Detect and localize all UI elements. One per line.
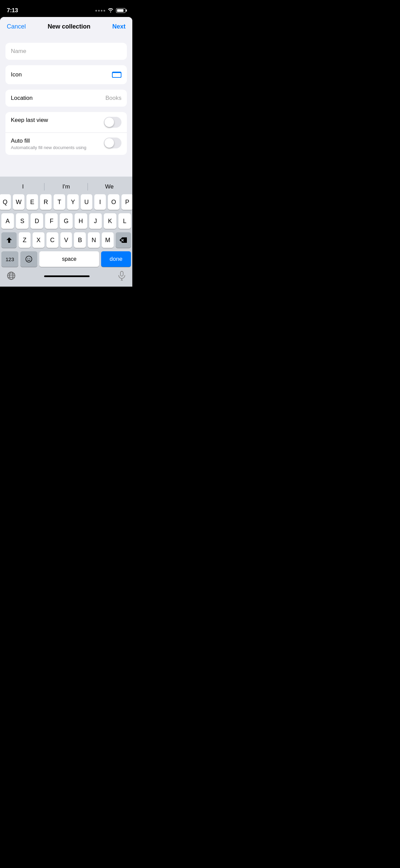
form-content: Icon Location Books Keep last view	[0, 36, 132, 155]
key-b[interactable]: B	[74, 232, 86, 248]
location-value: Books	[106, 95, 121, 102]
keep-last-view-toggle[interactable]	[104, 117, 121, 128]
key-r[interactable]: R	[40, 194, 52, 210]
home-indicator	[44, 275, 90, 277]
predictive-bar: I I'm We	[0, 179, 132, 194]
predictive-word-3[interactable]: We	[88, 181, 131, 193]
keyboard: I I'm We Q W E R T Y U I O P A S	[0, 177, 132, 287]
key-g[interactable]: G	[60, 213, 72, 229]
auto-fill-sub: Automatically fill new documents using	[11, 145, 87, 150]
key-m[interactable]: M	[102, 232, 114, 248]
modal-sheet: Cancel New collection Next Icon Location	[0, 17, 132, 287]
key-q[interactable]: Q	[0, 194, 11, 210]
signal-icon	[95, 10, 105, 12]
key-y[interactable]: Y	[67, 194, 79, 210]
key-l[interactable]: L	[118, 213, 131, 229]
icon-row[interactable]: Icon	[5, 65, 127, 84]
delete-key[interactable]	[116, 232, 131, 248]
battery-icon	[116, 8, 126, 13]
key-w[interactable]: W	[13, 194, 24, 210]
keep-last-view-label: Keep last view	[11, 117, 48, 124]
cancel-button[interactable]: Cancel	[7, 23, 26, 30]
key-i[interactable]: I	[94, 194, 106, 210]
key-s[interactable]: S	[16, 213, 28, 229]
key-row-4: 123 space done	[1, 251, 131, 267]
key-v[interactable]: V	[60, 232, 72, 248]
svg-point-3	[27, 258, 28, 259]
key-e[interactable]: E	[26, 194, 38, 210]
auto-fill-label: Auto fill	[11, 138, 87, 144]
key-u[interactable]: U	[81, 194, 92, 210]
shift-key[interactable]	[1, 232, 17, 248]
svg-point-2	[26, 256, 32, 262]
folder-icon	[112, 70, 121, 79]
key-n[interactable]: N	[88, 232, 100, 248]
name-field[interactable]	[5, 43, 127, 60]
key-z[interactable]: Z	[19, 232, 31, 248]
bottom-bar	[0, 268, 132, 287]
key-d[interactable]: D	[31, 213, 43, 229]
predictive-word-2[interactable]: I'm	[44, 181, 88, 193]
auto-fill-toggle[interactable]	[104, 138, 121, 148]
key-j[interactable]: J	[89, 213, 102, 229]
status-icons	[95, 8, 126, 14]
predictive-word-1[interactable]: I	[1, 181, 44, 193]
mic-icon[interactable]	[118, 271, 126, 283]
globe-icon[interactable]	[7, 271, 16, 282]
svg-rect-1	[112, 73, 121, 77]
name-input[interactable]	[11, 48, 121, 55]
emoji-key[interactable]	[20, 251, 37, 267]
key-rows: Q W E R T Y U I O P A S D F G H J K	[0, 194, 132, 268]
wifi-icon	[108, 8, 114, 14]
page-title: New collection	[47, 23, 90, 30]
location-row[interactable]: Location Books	[5, 90, 127, 107]
key-a[interactable]: A	[1, 213, 14, 229]
key-row-2: A S D F G H J K L	[1, 213, 131, 229]
status-bar: 7:13	[0, 0, 132, 17]
next-button[interactable]: Next	[112, 23, 126, 30]
key-row-1: Q W E R T Y U I O P	[1, 194, 131, 210]
key-row-3: Z X C V B N M	[1, 232, 131, 248]
key-t[interactable]: T	[54, 194, 65, 210]
svg-point-4	[30, 258, 30, 259]
key-c[interactable]: C	[46, 232, 58, 248]
key-h[interactable]: H	[75, 213, 87, 229]
toggle-group: Keep last view Auto fill Automatically f…	[5, 112, 127, 155]
key-p[interactable]: P	[121, 194, 132, 210]
svg-rect-10	[120, 271, 123, 276]
auto-fill-row: Auto fill Automatically fill new documen…	[5, 132, 127, 155]
numbers-key[interactable]: 123	[1, 251, 18, 267]
keep-last-view-row: Keep last view	[5, 112, 127, 132]
key-x[interactable]: X	[33, 232, 44, 248]
key-o[interactable]: O	[108, 194, 119, 210]
key-f[interactable]: F	[45, 213, 58, 229]
icon-label: Icon	[11, 71, 22, 78]
space-key[interactable]: space	[39, 251, 99, 267]
status-time: 7:13	[7, 7, 18, 14]
done-key[interactable]: done	[101, 251, 131, 267]
key-k[interactable]: K	[104, 213, 116, 229]
nav-bar: Cancel New collection Next	[0, 17, 132, 36]
location-label: Location	[11, 95, 33, 102]
